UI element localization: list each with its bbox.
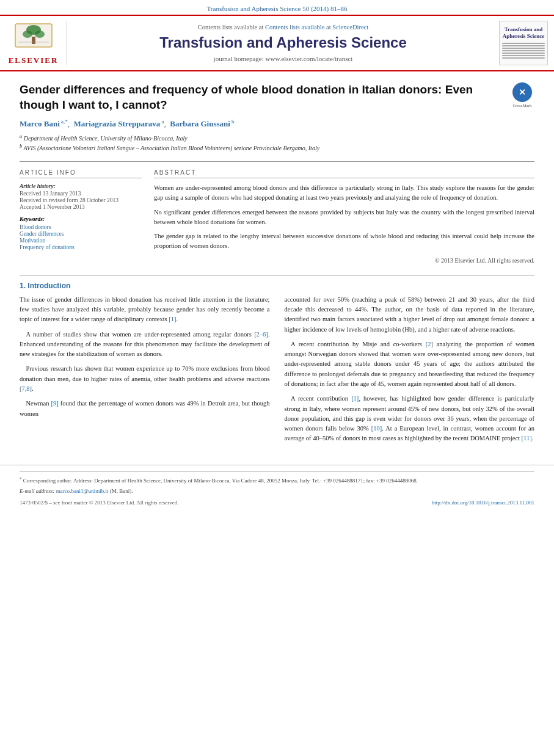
section-divider [20,275,534,275]
crossmark-badge[interactable]: ✕ CrossMark [510,82,534,108]
elsevier-logo: ELSEVIER [6,21,67,65]
body-left-para-2: A number of studies show that women are … [20,330,270,360]
body-right-para-3: A recent contribution [1], however, has … [285,394,535,443]
affiliations: a Department of Health Science, Universi… [20,133,534,153]
author-3: Barbara Giussani [170,120,230,129]
article-info-col: ARTICLE INFO Article history: Received 1… [20,169,142,265]
abstract-para-2: No significant gender differences emerge… [154,208,534,227]
journal-thumbnail: Transfusion and Apheresis Science [499,21,548,65]
article-title: Gender differences and frequency of whol… [20,82,504,112]
main-content: Gender differences and frequency of whol… [0,71,554,460]
article-title-section: Gender differences and frequency of whol… [20,82,534,112]
svg-point-2 [23,31,32,38]
body-right-col: accounted for over 50% (reaching a peak … [285,295,535,449]
ref-11[interactable]: [11] [522,435,532,442]
affiliation-1: a Department of Health Science, Universi… [20,133,534,143]
abstract-para-1: Women are under-represented among blood … [154,183,534,203]
journal-citation: Transfusion and Apheresis Science 50 (20… [0,0,554,15]
keyword-2: Gender differences [20,231,142,237]
page: Transfusion and Apheresis Science 50 (20… [0,0,554,756]
footer-divider [20,471,534,472]
journal-center: Contents lists available at Contents lis… [73,21,493,65]
email-link[interactable]: marco.bani1@unimib.it [56,488,109,494]
email-label: E-mail address: [20,488,54,494]
author-3-sup: b [230,118,235,125]
authors-line: Marco Bani a,*, Mariagrazia Strepparava … [20,118,534,129]
footer-doi[interactable]: http://dx.doi.org/10.1016/j.transci.2013… [432,500,534,506]
info-abstract-section: ARTICLE INFO Article history: Received 1… [20,161,534,265]
received-date: Received 13 January 2013 [20,191,142,197]
thumb-lines [502,42,545,60]
sciencedirect-link[interactable]: Contents lists available at ScienceDirec… [265,24,368,31]
affiliation-2: b AVIS (Associazione Volontari Italiani … [20,143,534,153]
citation-text: Transfusion and Apheresis Science 50 (20… [207,5,348,12]
body-right-para-1: accounted for over 50% (reaching a peak … [285,295,535,335]
ref-10[interactable]: [10] [371,425,382,432]
journal-title: Transfusion and Apheresis Science [73,34,493,52]
journal-homepage: journal homepage: www.elsevier.com/locat… [73,55,493,62]
author-2-sup: a [160,118,164,125]
crossmark-icon: ✕ [519,87,526,98]
copyright-notice: © 2013 Elsevier Ltd. All rights reserved… [154,256,534,265]
abstract-text: Women are under-represented among blood … [154,183,534,265]
history-label: Article history: [20,183,142,189]
ref-1b[interactable]: [1] [351,395,359,402]
abstract-col: ABSTRACT Women are under-represented amo… [154,169,534,265]
author-2: Mariagrazia Strepparava [74,120,161,129]
body-left-para-1: The issue of gender differences in blood… [20,295,270,325]
body-left-para-3: Previous research has shown that women e… [20,364,270,394]
crossmark-circle: ✕ [512,82,532,102]
footer-bottom: 1473-0502/$ – see front matter © 2013 El… [20,500,534,506]
accepted-date: Accepted 1 November 2013 [20,204,142,210]
body-right-para-2: A recent contribution by Misje and co-wo… [285,340,535,389]
ref-1[interactable]: [1] [169,316,176,322]
ref-7-8[interactable]: [7,8] [20,385,32,392]
keywords-label: Keywords: [20,216,142,222]
footnote-corresponding: * Corresponding author. Address: Departm… [20,476,534,485]
abstract-para-3: The gender gap is related to the lengthy… [154,231,534,251]
body-two-col: The issue of gender differences in blood… [20,295,534,449]
elsevier-logo-svg [9,21,58,54]
author-1-sup: a,* [60,118,68,125]
revised-date: Received in revised form 28 October 2013 [20,197,142,203]
keywords-block: Keywords: Blood donors Gender difference… [20,216,142,250]
article-info-heading: ARTICLE INFO [20,169,142,178]
ref-2b[interactable]: [2] [426,341,433,347]
author-1: Marco Bani [20,120,60,129]
contents-line: Contents lists available at Contents lis… [73,24,493,31]
footnote-sup: * [20,476,22,481]
elsevier-brand-text: ELSEVIER [9,56,59,65]
body-left-para-4: Newman [9] found that the percentage of … [20,399,270,419]
ref-9[interactable]: [9] [51,400,58,407]
footnote-email: E-mail address: marco.bani1@unimib.it (M… [20,487,534,496]
body-left-col: The issue of gender differences in blood… [20,295,270,449]
svg-rect-4 [32,37,35,44]
journal-header: ELSEVIER Contents lists available at Con… [0,15,554,71]
keyword-4: Frequency of donations [20,244,142,250]
article-history: Article history: Received 13 January 201… [20,183,142,210]
crossmark-label: CrossMark [512,103,531,108]
ref-2-6[interactable]: [2–6] [254,331,268,338]
footer-issn: 1473-0502/$ – see front matter © 2013 El… [20,500,179,506]
keyword-3: Motivation [20,238,142,244]
intro-heading: 1. Introduction [20,282,534,290]
thumb-journal-title: Transfusion and Apheresis Science [502,26,545,40]
svg-point-3 [35,31,45,38]
keyword-1: Blood donors [20,224,142,230]
abstract-heading: ABSTRACT [154,169,534,178]
page-footer: * Corresponding author. Address: Departm… [0,465,554,511]
